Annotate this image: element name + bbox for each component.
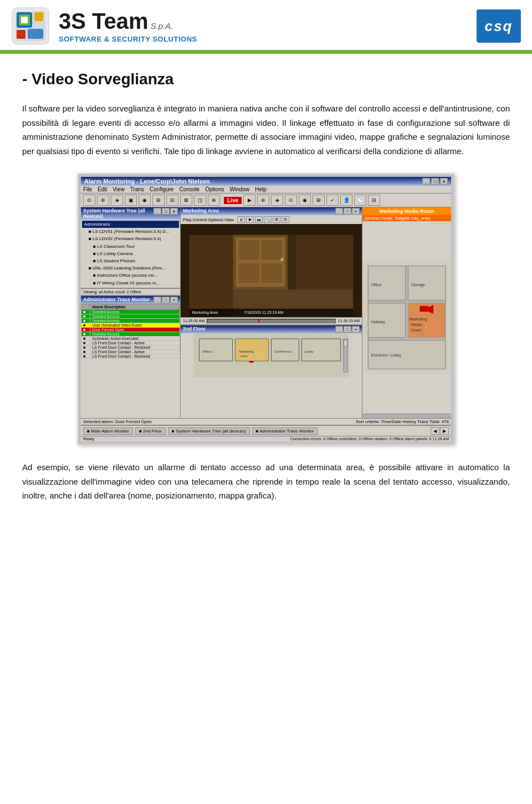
toolbar-btn-14[interactable]: ⊙ xyxy=(285,195,297,206)
ctrl-view[interactable]: View xyxy=(224,217,234,222)
tree-item-classroom[interactable]: ■ LS Classroom Tour xyxy=(82,243,179,250)
svg-text:Hallway: Hallway xyxy=(371,319,385,324)
minimize-button[interactable]: _ xyxy=(422,178,430,185)
alarm-row[interactable]: ■Scheduler Action Executed xyxy=(81,336,180,340)
timeline-start: 11:25:00 AM xyxy=(183,319,204,323)
main-body: System Hardware Tree (all devices) _ □ ×… xyxy=(81,207,451,418)
taskbar-btn-prev[interactable]: ◀ xyxy=(431,427,439,435)
svg-rect-21 xyxy=(296,235,353,290)
vid-max[interactable]: □ xyxy=(344,208,351,215)
toolbar-btn-12[interactable]: ⊛ xyxy=(257,195,269,206)
ctrl-control[interactable]: Control xyxy=(193,217,207,222)
menu-help[interactable]: Help xyxy=(255,186,267,192)
alarm-row[interactable]: ■Granted Access xyxy=(81,309,180,314)
main-content: Video Sorveglianza Il software per la vi… xyxy=(0,54,532,520)
menu-bar: File Edit View Trans Configure Console O… xyxy=(81,186,451,194)
toolbar-btn-6[interactable]: ⊞ xyxy=(152,195,165,206)
taskbar-trace-monitor[interactable]: ■ Administrator Trace Monitor xyxy=(252,428,318,435)
ctrl-options[interactable]: Options xyxy=(208,217,223,222)
timeline-track[interactable] xyxy=(207,319,335,323)
toolbar-btn-16[interactable]: ⊞ xyxy=(313,195,325,206)
tree-item-administrator[interactable]: Administrator xyxy=(82,221,179,228)
toolbar-btn-10[interactable]: ⊕ xyxy=(208,195,220,206)
menu-file[interactable]: File xyxy=(83,186,92,192)
toolbar-btn-5[interactable]: ◉ xyxy=(139,195,151,206)
vid-ctrl-btn-1[interactable]: ⏸ xyxy=(237,216,245,223)
toolbar-btn-7[interactable]: ⊟ xyxy=(166,195,178,206)
tree-item-wiring[interactable]: ■ IT Wiring Closet #2 (access m... xyxy=(82,279,179,287)
alarm-row-door-forced[interactable]: ■Door Forced Open xyxy=(81,327,180,332)
toolbar-btn-3[interactable]: ◈ xyxy=(111,195,123,206)
toolbar-btn-17[interactable]: ✓ xyxy=(326,195,339,206)
tree-item-ldv51[interactable]: ■ LS LDV51 (Firmware Revision:3.4) D... xyxy=(82,228,179,235)
toolbar-btn-2[interactable]: ⊛ xyxy=(97,195,109,206)
tree-item-unl[interactable]: ■ UNL-1000 Learning Solutions (Firm... xyxy=(82,264,179,272)
hw-close[interactable]: × xyxy=(170,208,178,215)
titlebar-buttons[interactable]: _ □ × xyxy=(422,178,448,185)
toolbar-btn-18[interactable]: 👤 xyxy=(340,195,352,206)
main-window-title: Alarm Monitoring - Lene/Corp\John Nielse… xyxy=(84,178,210,185)
alarm-table-mini: Alarm Description ■Granted Access ■Grant… xyxy=(81,304,180,359)
menu-configure[interactable]: Configure xyxy=(150,186,173,192)
marketing-title: Marketing Media Room xyxy=(362,207,451,215)
menu-edit[interactable]: Edit xyxy=(98,186,107,192)
svg-text:7/16/2003 11:25:19 AM: 7/16/2003 11:25:19 AM xyxy=(244,311,283,314)
toolbar-btn-11[interactable]: ▶ xyxy=(243,195,255,206)
alarm-row[interactable]: ■Granted Access xyxy=(81,332,180,336)
toolbar-btn-8[interactable]: ⊠ xyxy=(180,195,192,206)
toolbar-btn-13[interactable]: ◈ xyxy=(271,195,283,206)
toolbar-btn-19[interactable]: 🕐 xyxy=(354,195,366,206)
alarm-row[interactable]: ■Granted Access xyxy=(81,314,180,318)
center-panel: Marketing Area _ □ × Play Control Option… xyxy=(181,207,362,418)
vid-ctrl-btn-2[interactable]: ▶ xyxy=(246,216,254,223)
taskbar-hardware-tree[interactable]: ■ System Hardware Tree (all devices) xyxy=(168,428,250,435)
right-scrollbar[interactable] xyxy=(362,414,451,418)
tree-item-lobby[interactable]: ■ LS Lobby Camera xyxy=(82,250,179,257)
vid-ctrl-btn-3[interactable]: ⏭ xyxy=(255,216,263,223)
am-close[interactable]: × xyxy=(170,297,178,303)
menu-trans[interactable]: Trans xyxy=(130,186,144,192)
toolbar-btn-9[interactable]: ◫ xyxy=(194,195,206,206)
taskbar-2nd-floor[interactable]: ■ 2nd Floor xyxy=(135,428,166,435)
hw-minimize[interactable]: _ xyxy=(154,208,161,215)
alarm-row[interactable]: ■User Generated Video Event xyxy=(81,323,180,327)
fm-min[interactable]: _ xyxy=(335,326,343,333)
menu-options[interactable]: Options xyxy=(205,186,224,192)
toolbar-btn-15[interactable]: ◉ xyxy=(299,195,311,206)
menu-window[interactable]: Window xyxy=(230,186,250,192)
vid-ctrl-btn-4[interactable]: 🔍 xyxy=(264,216,272,223)
vid-ctrl-btn-5[interactable]: ⊞ xyxy=(273,216,280,223)
col-icon xyxy=(81,304,90,309)
ctrl-play[interactable]: Play xyxy=(183,217,192,222)
alarm-row[interactable]: ■LS Front Door Contact - Restored xyxy=(81,354,180,358)
taskbar-main-alarm[interactable]: ■ Main Alarm Monitor xyxy=(83,428,133,435)
floor-map-title: 2nd Floor xyxy=(183,326,206,333)
main-statusbar: Selected alarm: Door Forced Open Sort cr… xyxy=(81,418,451,425)
vid-min[interactable]: _ xyxy=(335,208,343,215)
vid-ctrl-btn-6[interactable]: ⊟ xyxy=(282,216,289,223)
company-logo-icon xyxy=(11,7,50,45)
tree-item-ldv52[interactable]: ■ LS LDV52 (Firmware Revision:3.4) xyxy=(82,235,179,242)
toolbar-btn-4[interactable]: ▣ xyxy=(125,195,137,206)
toolbar-btn-1[interactable]: ⊙ xyxy=(83,195,95,206)
alarm-row[interactable]: ■LS Front Door Contact - Active xyxy=(81,349,180,354)
hw-maximize[interactable]: □ xyxy=(162,208,170,215)
taskbar-btn-next[interactable]: ▶ xyxy=(440,427,449,435)
alarm-row[interactable]: ■LS Front Door Contact - Active xyxy=(81,340,180,345)
hardware-tree-panel: System Hardware Tree (all devices) _ □ ×… xyxy=(81,207,181,418)
toolbar-btn-20[interactable]: ⊟ xyxy=(368,195,380,206)
alarm-row[interactable]: ■LS Front Door Contact - Restored xyxy=(81,345,180,349)
tree-item-instructors[interactable]: ■ Instructors Office (access mo... xyxy=(82,272,179,279)
close-button[interactable]: × xyxy=(440,178,448,185)
vid-close[interactable]: × xyxy=(352,208,360,215)
am-min[interactable]: _ xyxy=(154,297,161,303)
menu-console[interactable]: Console xyxy=(179,186,200,192)
fm-close[interactable]: × xyxy=(352,326,360,333)
am-max[interactable]: □ xyxy=(162,297,170,303)
maximize-button[interactable]: □ xyxy=(431,178,439,185)
alarm-row[interactable]: ■Granted Access xyxy=(81,318,180,323)
tree-item-phones[interactable]: ■ LS Student Phones xyxy=(82,257,179,264)
fm-max[interactable]: □ xyxy=(344,326,351,333)
svg-rect-10 xyxy=(190,224,233,317)
menu-view[interactable]: View xyxy=(112,186,125,192)
